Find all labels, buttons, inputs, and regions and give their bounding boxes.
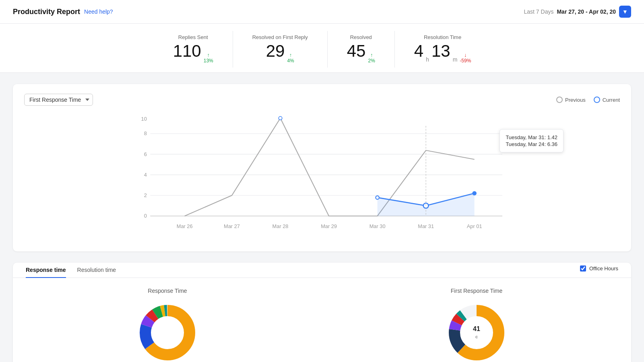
svg-point-22 [473,191,476,195]
date-range: Mar 27, 20 - Apr 02, 20 [557,8,616,15]
stat-pct-resolved-first: 4% [287,58,294,64]
svg-point-20 [376,196,379,200]
stat-replies-sent: Replies Sent 110 ↑ 13% [154,31,233,68]
svg-text:Mar 30: Mar 30 [369,223,386,229]
date-range-section: Last 7 Days Mar 27, 20 - Apr 02, 20 ▼ [524,6,632,18]
stat-resolution-time: Resolution Time 4 h 13 m ↓ -59% [395,31,491,68]
date-label: Last 7 Days [524,8,554,15]
current-legend-icon [594,97,600,103]
help-link[interactable]: Need help? [84,8,113,15]
stat-pct-replies: 13% [204,58,213,64]
legend-previous-label: Previous [565,97,586,103]
stat-pct-resolution: -59% [460,58,471,64]
stat-value-resolution-h: 4 [414,43,423,60]
chart-header: First Response Time Resolution Time Repl… [24,94,620,106]
stat-unit-h: h [426,56,429,63]
stat-change-resolved-first: ↑ 4% [287,52,294,64]
svg-text:4: 4 [144,172,147,178]
up-arrow-icon: ↑ [370,52,373,58]
page-title: Productivity Report [13,8,80,16]
legend-current: Current [594,97,620,103]
legend-previous: Previous [556,97,586,103]
chart-card: First Response Time Resolution Time Repl… [13,84,631,251]
tab-resolution-time[interactable]: Resolution time [77,263,116,278]
tab-response-time[interactable]: Response time [26,263,66,278]
donut-first-response-time: First Response Time [322,288,631,362]
donut-first-response-chart: 41 c [444,300,509,362]
stat-value-resolution-m: 13 [431,43,450,60]
stat-pct-resolved: 2% [368,58,375,64]
svg-text:0: 0 [144,213,147,219]
donut-response-time: Response Time [13,288,322,362]
page-header: Productivity Report Need help? Last 7 Da… [0,0,644,24]
stat-label-resolved: Resolved [347,34,375,40]
stat-label-resolved-first: Resolved on First Reply [252,34,308,40]
stats-row: Replies Sent 110 ↑ 13% Resolved on First… [0,24,644,73]
stat-change-replies: ↑ 13% [204,52,213,64]
svg-text:Apr 01: Apr 01 [467,223,482,229]
office-hours-label: Office Hours [589,265,618,272]
office-hours-section: Office Hours [580,265,618,275]
bottom-section: Response time Resolution time Office Hou… [13,263,631,362]
chart-area[interactable]: 0 2 4 6 8 10 Mar 26 Mar 27 Mar 28 Mar 29… [24,113,620,243]
stat-value-resolved-first: 29 [266,43,285,60]
donut-response-time-title: Response Time [148,288,187,294]
svg-text:Mar 31: Mar 31 [418,223,434,229]
svg-point-23 [279,117,282,120]
main-content: First Response Time Resolution Time Repl… [0,73,644,362]
svg-text:6: 6 [144,151,147,157]
svg-text:Mar 26: Mar 26 [177,223,193,229]
down-arrow-icon: ↓ [464,52,467,58]
stat-label-resolution: Resolution Time [414,34,471,40]
svg-text:Mar 27: Mar 27 [224,223,240,229]
stat-resolved: Resolved 45 ↑ 2% [328,31,395,68]
chart-metric-dropdown[interactable]: First Response Time Resolution Time Repl… [24,94,93,106]
chevron-down-icon: ▼ [622,8,628,15]
donut-first-response-title: First Response Time [451,288,502,294]
chart-legend: Previous Current [556,97,620,103]
date-dropdown-button[interactable]: ▼ [619,6,631,18]
svg-text:Mar 28: Mar 28 [272,223,289,229]
previous-legend-icon [556,97,563,103]
office-hours-checkbox[interactable] [580,265,586,272]
up-arrow-icon: ↑ [207,52,210,58]
donut-response-time-chart [135,300,200,362]
donut-center-value: 41 c [473,325,480,340]
svg-text:Mar 29: Mar 29 [321,223,337,229]
donuts-row: Response Time [13,278,631,362]
stat-value-resolved: 45 [347,43,366,60]
stat-unit-m: m [453,56,458,63]
svg-text:2: 2 [144,192,147,198]
line-chart-svg: 0 2 4 6 8 10 Mar 26 Mar 27 Mar 28 Mar 29… [24,113,620,242]
svg-text:8: 8 [144,130,147,136]
stat-resolved-first-reply: Resolved on First Reply 29 ↑ 4% [233,31,328,68]
stat-label-replies: Replies Sent [173,34,213,40]
tabs-header: Response time Resolution time Office Hou… [13,263,631,278]
svg-text:10: 10 [141,116,147,122]
legend-current-label: Current [603,97,620,103]
stat-change-resolved: ↑ 2% [368,52,375,64]
stat-change-resolution: ↓ -59% [460,52,471,64]
stat-value-replies: 110 [173,43,201,60]
up-arrow-icon: ↑ [289,52,292,58]
